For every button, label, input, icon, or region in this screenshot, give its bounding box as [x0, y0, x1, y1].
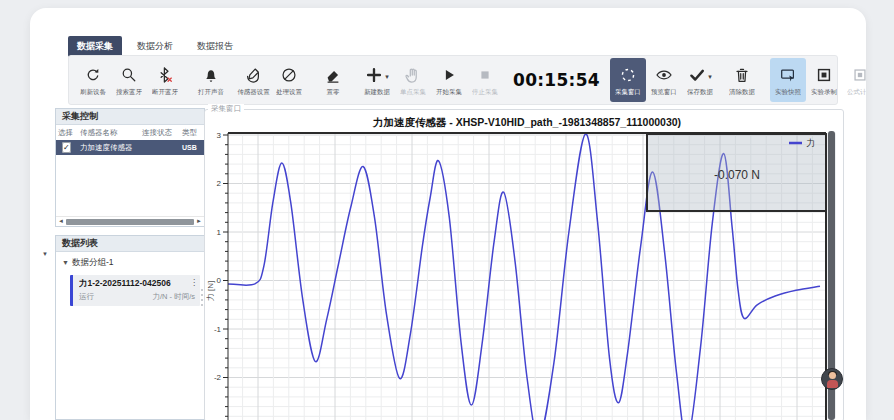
collect-window-group-label: 采集窗口: [208, 104, 244, 114]
tool-label: 停止采集: [472, 87, 498, 96]
sensor-row[interactable]: ✓力加速度传感器USB: [56, 140, 204, 155]
tool-label: 实验录制: [811, 87, 837, 96]
hscroll-right-arrow-icon[interactable]: ►: [196, 217, 202, 226]
collection-control-panel: 采集控制 选择传感器名称连接状态类型 ✓力加速度传感器USB ◄ ►: [55, 108, 205, 227]
y-tick-label: 0: [217, 276, 222, 285]
sensor-checkbox[interactable]: ✓: [62, 142, 71, 153]
tool-open-sound[interactable]: 打开声音: [193, 58, 229, 102]
tool-save-data[interactable]: ▾保存数据: [682, 58, 718, 102]
sensor-col-header: 类型: [182, 128, 204, 138]
chart-title: 力加速度传感器 - XHSP-V10HID_path_-1981348857_1…: [228, 116, 826, 130]
record-icon: [815, 66, 833, 84]
collect-timer: 00:15:54: [513, 70, 600, 90]
tool-label: 保存数据: [687, 87, 713, 96]
tool-label: 搜索蓝牙: [116, 87, 142, 96]
plus-icon: [365, 66, 383, 84]
panel-resize-handle[interactable]: [201, 289, 203, 306]
tool-label: 公式计算: [847, 87, 866, 96]
tool-label: 清除数据: [729, 87, 755, 96]
tool-label: 传感器设置: [237, 87, 269, 96]
tool-experiment-snapshot[interactable]: 实验快照: [770, 58, 806, 102]
tool-experiment-record[interactable]: 实验录制: [806, 58, 842, 102]
tool-preview-window[interactable]: 预览窗口: [646, 58, 682, 102]
tool-stop-collect[interactable]: 停止采集: [467, 58, 503, 102]
sensor-name: 力加速度传感器: [80, 143, 142, 153]
sidebar-collapse-handle[interactable]: ▼: [42, 251, 48, 257]
circle-slash-icon: [280, 66, 298, 84]
hand-pencil-icon: [244, 66, 262, 84]
tool-clear-data[interactable]: 清除数据: [724, 58, 760, 102]
tool-formula-calc[interactable]: 公式计算: [842, 58, 866, 102]
search-icon: [120, 66, 138, 84]
refresh-icon: [84, 66, 102, 84]
tool-collect-window[interactable]: 采集窗口: [610, 58, 646, 102]
y-tick-label: 2: [217, 179, 222, 188]
data-list-panel: 数据列表 ▼数据分组-1力1-2-20251112-042506⋮运行力/N -…: [55, 235, 205, 420]
dropdown-caret-icon[interactable]: ▾: [385, 73, 389, 84]
data-item-title: 力1-2-20251112-042506: [79, 278, 195, 290]
tab-data-collect[interactable]: 数据采集: [68, 36, 122, 57]
tool-label: 单点采集: [400, 87, 426, 96]
annotation-value: -0.070 N: [714, 168, 760, 182]
tool-refresh-device[interactable]: 刷新设备: [75, 58, 111, 102]
toolbar: 刷新设备搜索蓝牙断开蓝牙打开声音传感器设置处理设置置零▾新建数据单点采集开始采集…: [68, 55, 838, 105]
group-label: 数据分组-1: [72, 257, 114, 267]
y-tick-label: 3: [217, 131, 222, 140]
trash-icon: [733, 66, 751, 84]
data-list-title: 数据列表: [56, 236, 204, 252]
sensor-type: USB: [182, 144, 204, 151]
tool-single-point-collect[interactable]: 单点采集: [395, 58, 431, 102]
bell-icon: [202, 66, 220, 84]
group-expand-icon[interactable]: ▼: [62, 259, 69, 266]
tool-label: 开始采集: [436, 87, 462, 96]
data-item[interactable]: 力1-2-20251112-042506⋮运行力/N - 时间/s: [70, 275, 200, 306]
tab-data-report[interactable]: 数据报告: [188, 36, 242, 57]
tool-label: 新建数据: [364, 87, 390, 96]
bt-off-icon: [156, 66, 174, 84]
snapshot-icon: [779, 66, 797, 84]
hand-icon: [404, 66, 422, 84]
tool-label: 预览窗口: [651, 87, 677, 96]
play-icon: [440, 66, 458, 84]
y-axis-label: 力 [N]: [206, 281, 215, 301]
y-tick-label: -1: [214, 325, 222, 334]
tool-start-collect[interactable]: 开始采集: [431, 58, 467, 102]
tool-sensor-settings[interactable]: 传感器设置: [235, 58, 271, 102]
y-tick-label: 1: [217, 228, 222, 237]
data-item-status: 运行: [79, 292, 94, 302]
sensor-table-header: 选择传感器名称连接状态类型: [56, 125, 204, 140]
y-tick-label: -2: [214, 373, 222, 382]
hscroll-left-arrow-icon[interactable]: ◄: [58, 217, 64, 226]
tool-label: 刷新设备: [80, 87, 106, 96]
waveform-chart[interactable]: 3210-1-2力 [N]-0.070 N力: [206, 131, 840, 420]
dropdown-caret-icon[interactable]: ▾: [708, 73, 712, 84]
tool-label: 打开声音: [198, 87, 224, 96]
main-tabs: 数据采集数据分析数据报告: [68, 36, 242, 57]
stop-icon: [476, 66, 494, 84]
tab-data-analysis[interactable]: 数据分析: [128, 36, 182, 57]
assistant-avatar[interactable]: [821, 368, 843, 390]
dashed-circle-icon: [619, 66, 637, 84]
tool-label: 实验快照: [775, 87, 801, 96]
hscroll-thumb[interactable]: [66, 219, 194, 225]
sensor-col-header: 传感器名称: [80, 128, 142, 138]
tool-disconnect-bluetooth[interactable]: 断开蓝牙: [147, 58, 183, 102]
tool-process-settings[interactable]: 处理设置: [271, 58, 307, 102]
data-group-row[interactable]: ▼数据分组-1: [56, 252, 204, 272]
sensor-col-header: 连接状态: [142, 128, 182, 138]
tool-search-bluetooth[interactable]: 搜索蓝牙: [111, 58, 147, 102]
tool-new-data[interactable]: ▾新建数据: [359, 58, 395, 102]
sensor-table-empty-area: [56, 155, 204, 216]
sensor-col-header: 选择: [58, 128, 80, 138]
check-icon: [688, 66, 706, 84]
tool-zeroing[interactable]: 置零: [315, 58, 351, 102]
data-item-more-icon[interactable]: ⋮: [190, 278, 198, 287]
formula-icon: [851, 66, 866, 84]
legend-label: 力: [806, 138, 815, 148]
eraser-icon: [324, 66, 342, 84]
collection-control-title: 采集控制: [56, 109, 204, 125]
tool-label: 采集窗口: [615, 87, 641, 96]
sensor-table-hscrollbar[interactable]: ◄ ►: [56, 216, 204, 226]
tool-label: 处理设置: [276, 87, 302, 96]
eye-icon: [655, 66, 673, 84]
